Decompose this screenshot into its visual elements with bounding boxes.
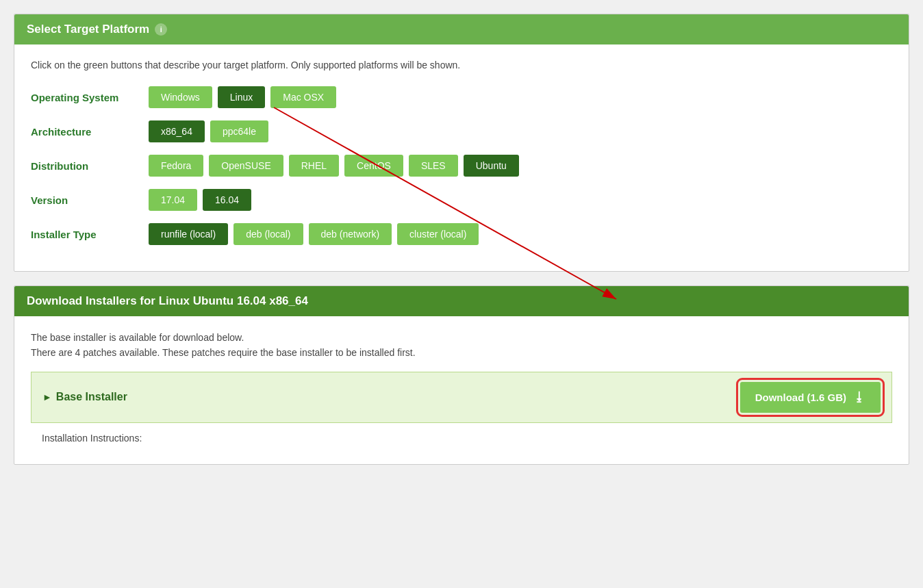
download-header: Download Installers for Linux Ubuntu 16.… <box>14 286 909 316</box>
download-body: The base installer is available for down… <box>14 316 909 464</box>
os-linux-button[interactable]: Linux <box>218 86 265 108</box>
installer-type-label: Installer Type i <box>31 228 140 240</box>
installer-type-row: Installer Type i runfile (local) deb (lo… <box>31 223 892 245</box>
install-instructions-label: Installation Instructions: <box>42 433 142 444</box>
version-1704-button[interactable]: 17.04 <box>149 189 197 211</box>
dist-sles-button[interactable]: SLES <box>409 155 458 177</box>
select-platform-body: Click on the green buttons that describe… <box>14 44 909 271</box>
base-installer-row: ► Base Installer Download (1.6 GB) ⭳ <box>31 372 892 423</box>
install-instructions: Installation Instructions: <box>31 426 892 450</box>
arch-ppc64le-button[interactable]: ppc64le <box>210 120 268 142</box>
version-1604-button[interactable]: 16.04 <box>203 189 251 211</box>
select-platform-info-icon[interactable]: i <box>155 23 167 36</box>
download-icon: ⭳ <box>853 390 865 405</box>
dist-opensuse-button[interactable]: OpenSUSE <box>209 155 283 177</box>
os-btn-group: Windows Linux Mac OSX <box>149 86 336 108</box>
arch-label: Architecture i <box>31 125 140 138</box>
download-button[interactable]: Download (1.6 GB) ⭳ <box>740 382 881 413</box>
base-installer-label: ► Base Installer <box>42 391 127 403</box>
dist-btn-group: Fedora OpenSUSE RHEL CentOS SLES Ubuntu <box>149 155 519 177</box>
dist-centos-button[interactable]: CentOS <box>344 155 403 177</box>
dist-fedora-button[interactable]: Fedora <box>149 155 203 177</box>
os-row: Operating System Windows Linux Mac OSX <box>31 86 892 108</box>
dist-row: Distribution Fedora OpenSUSE RHEL CentOS… <box>31 155 892 177</box>
version-btn-group: 17.04 16.04 <box>149 189 251 211</box>
version-row: Version 17.04 16.04 <box>31 189 892 211</box>
select-platform-title: Select Target Platform <box>27 23 149 36</box>
arch-btn-group: x86_64 ppc64le <box>149 120 268 142</box>
os-macosx-button[interactable]: Mac OSX <box>270 86 336 108</box>
arch-x86_64-button[interactable]: x86_64 <box>149 120 205 142</box>
download-button-label: Download (1.6 GB) <box>755 392 846 403</box>
installer-deb-local-button[interactable]: deb (local) <box>233 223 303 245</box>
arch-info-icon[interactable]: i <box>95 125 108 138</box>
select-platform-description: Click on the green buttons that describe… <box>31 58 892 73</box>
version-label: Version <box>31 194 140 206</box>
download-line1: The base installer is available for down… <box>31 330 892 345</box>
select-target-platform-panel: Select Target Platform i Click on the gr… <box>14 14 909 272</box>
installer-deb-network-button[interactable]: deb (network) <box>309 223 392 245</box>
installer-type-info-icon[interactable]: i <box>101 228 113 240</box>
chevron-right-icon: ► <box>42 392 52 402</box>
dist-ubuntu-button[interactable]: Ubuntu <box>464 155 519 177</box>
download-description: The base installer is available for down… <box>31 330 892 361</box>
installer-cluster-button[interactable]: cluster (local) <box>397 223 479 245</box>
os-windows-button[interactable]: Windows <box>149 86 212 108</box>
installer-type-btn-group: runfile (local) deb (local) deb (network… <box>149 223 479 245</box>
installer-runfile-button[interactable]: runfile (local) <box>149 223 228 245</box>
select-platform-header: Select Target Platform i <box>14 14 909 44</box>
download-line2: There are 4 patches available. These pat… <box>31 345 892 360</box>
dist-label: Distribution <box>31 160 140 172</box>
dist-rhel-button[interactable]: RHEL <box>289 155 339 177</box>
download-title: Download Installers for Linux Ubuntu 16.… <box>27 294 308 308</box>
os-label: Operating System <box>31 92 140 103</box>
download-panel: Download Installers for Linux Ubuntu 16.… <box>14 285 909 465</box>
arch-row: Architecture i x86_64 ppc64le <box>31 120 892 142</box>
